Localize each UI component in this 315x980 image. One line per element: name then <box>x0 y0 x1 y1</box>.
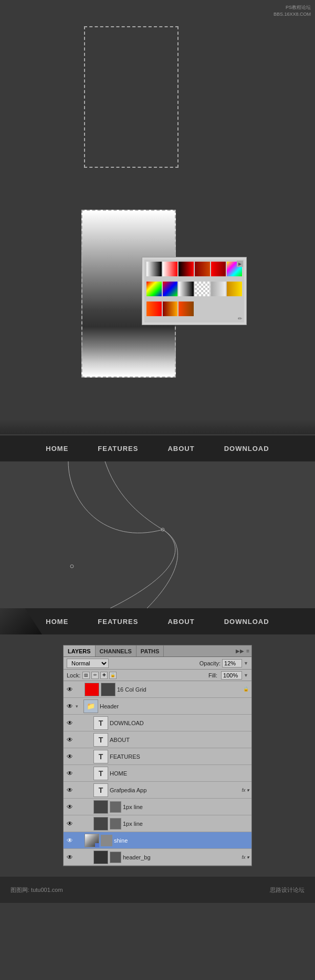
layer-name-0: 16 Col Grid <box>117 686 242 693</box>
layer-name-4: FEATURES <box>110 753 249 760</box>
fill-control: Fill: ▼ <box>208 671 248 680</box>
bezier-line-1 <box>68 461 163 533</box>
swatch-6[interactable] <box>146 282 162 296</box>
layer-row-features: 👁 T FEATURES <box>64 748 251 765</box>
layer-eye-2[interactable]: 👁 <box>66 719 74 727</box>
gradient-picker-panel[interactable]: ▶ ✏ <box>142 257 247 325</box>
lock-move-icon[interactable]: ✚ <box>100 672 108 679</box>
dashed-selection-section: PS教程论坛 BBS.16XX8.COM <box>0 0 315 194</box>
swatch-2[interactable] <box>178 262 194 276</box>
dashed-selection-rect <box>84 26 178 168</box>
fill-arrow[interactable]: ▼ <box>244 673 248 678</box>
layer-thumb-mask-8 <box>110 818 121 830</box>
layer-name-7: 1px line <box>123 804 249 810</box>
layer-thumb-8 <box>93 817 108 831</box>
layer-name-9: shine <box>114 837 249 844</box>
bezier-point-2 <box>70 565 74 568</box>
layer-eye-1[interactable]: 👁 <box>66 702 74 710</box>
layer-eye-8[interactable]: 👁 <box>66 820 74 828</box>
gradient-section: ▶ ✏ <box>0 194 315 419</box>
layer-fx-badge-10: fx ▾ <box>242 855 249 860</box>
footer-bar: 图图网: tutu001.com 思路设计论坛 <box>0 877 315 903</box>
lock-paint-icon[interactable]: ✏ <box>91 672 99 679</box>
swatch-1[interactable] <box>163 262 178 276</box>
swatch-13[interactable] <box>163 301 178 316</box>
swatch-11[interactable] <box>227 282 242 296</box>
nav-bottom-bar: HOME FEATURES ABOUT DOWNLOAD <box>0 608 315 634</box>
layer-row-grid: 👁 16 Col Grid 🔒 <box>64 681 251 698</box>
panel-menu-icon[interactable]: ▶▶ <box>236 648 244 654</box>
swatch-9[interactable] <box>195 282 210 296</box>
layer-thumb-4: T <box>93 750 108 763</box>
nav-top-bar: HOME FEATURES ABOUT DOWNLOAD <box>0 435 315 461</box>
swatch-7[interactable] <box>163 282 178 296</box>
nav-about[interactable]: ABOUT <box>153 435 209 461</box>
opacity-control: Opacity: ▼ <box>200 659 248 667</box>
layer-thumb-10 <box>93 850 108 864</box>
layer-eye-9[interactable]: 👁 <box>66 836 74 845</box>
layers-panel: LAYERS CHANNELS PATHS ▶▶ ≡ Normal Opacit… <box>63 645 252 866</box>
layer-thumb-3: T <box>93 733 108 747</box>
layers-tabs-bar: LAYERS CHANNELS PATHS ▶▶ ≡ <box>64 645 251 657</box>
layer-row-line1: 👁 1px line <box>64 799 251 815</box>
nav-bottom-about[interactable]: ABOUT <box>153 608 209 634</box>
bezier-svg <box>0 461 315 608</box>
footer-left: 图图网: tutu001.com <box>10 886 63 894</box>
nav-features[interactable]: FEATURES <box>83 435 153 461</box>
blend-mode-select[interactable]: Normal <box>67 659 109 668</box>
swatch-10[interactable] <box>211 282 226 296</box>
layer-eye-10[interactable]: 👁 <box>66 853 74 861</box>
lock-fill-row: Lock: ▨ ✏ ✚ 🔒 Fill: ▼ <box>64 670 251 681</box>
clip-indicator <box>95 843 99 847</box>
nav-download[interactable]: DOWNLOAD <box>209 435 284 461</box>
layer-eye-7[interactable]: 👁 <box>66 803 74 811</box>
layer-eye-3[interactable]: 👁 <box>66 736 74 744</box>
layer-thumb-2: T <box>93 716 108 730</box>
layer-eye-4[interactable]: 👁 <box>66 752 74 761</box>
layer-eye-0[interactable]: 👁 <box>66 685 74 694</box>
opacity-label: Opacity: <box>200 660 220 666</box>
opacity-input[interactable] <box>222 659 242 667</box>
bezier-line-2 <box>105 461 163 530</box>
swatch-4[interactable] <box>211 262 226 276</box>
layer-row-shine[interactable]: 👁 shine <box>64 832 251 849</box>
swatch-0[interactable] <box>146 262 162 276</box>
layer-thumb-mask-7 <box>110 801 121 813</box>
layer-thumb-1: 📁 <box>83 699 98 713</box>
layer-row-header-bg: 👁 header_bg fx ▾ <box>64 849 251 866</box>
tabs-icons: ▶▶ ≡ <box>236 648 251 654</box>
fill-input[interactable] <box>221 671 242 680</box>
layer-thumb-0 <box>85 683 99 696</box>
nav-bottom-download[interactable]: DOWNLOAD <box>209 608 284 634</box>
layer-thumb-6: T <box>93 783 108 797</box>
nav-bottom-features[interactable]: FEATURES <box>83 608 153 634</box>
lock-all-icon[interactable]: 🔒 <box>109 672 117 679</box>
opacity-arrow[interactable]: ▼ <box>244 661 248 666</box>
tab-paths[interactable]: PATHS <box>136 645 164 656</box>
swatch-8[interactable] <box>178 282 194 296</box>
layer-row-header-folder: 👁 ▾ 📁 Header <box>64 698 251 715</box>
swatch-12[interactable] <box>146 301 162 316</box>
tab-channels[interactable]: CHANNELS <box>96 645 136 656</box>
swatch-14[interactable] <box>178 301 194 316</box>
layer-thumb-mask-0 <box>101 683 116 696</box>
footer-right: 思路设计论坛 <box>270 886 304 894</box>
layer-name-5: HOME <box>110 770 249 777</box>
layer-eye-5[interactable]: 👁 <box>66 769 74 778</box>
layer-name-10: header_bg <box>123 854 239 860</box>
picker-expand-arrow[interactable]: ▶ <box>237 261 243 267</box>
pencil-icon: ✏ <box>238 316 242 321</box>
swatch-3[interactable] <box>195 262 210 276</box>
lock-transparent-icon[interactable]: ▨ <box>82 672 90 679</box>
nav-home[interactable]: HOME <box>31 435 83 461</box>
layer-thumb-5: T <box>93 767 108 780</box>
blend-opacity-row: Normal Opacity: ▼ <box>64 657 251 670</box>
bezier-line-4 <box>147 530 177 608</box>
fill-label: Fill: <box>208 672 217 679</box>
tab-layers[interactable]: LAYERS <box>64 645 96 656</box>
layer-expand-arrow-1[interactable]: ▾ <box>76 704 82 709</box>
panel-close-icon[interactable]: ≡ <box>246 648 249 654</box>
watermark: PS教程论坛 BBS.16XX8.COM <box>274 4 311 17</box>
layer-eye-6[interactable]: 👁 <box>66 786 74 794</box>
watermark-line1: PS教程论坛 <box>274 4 311 11</box>
